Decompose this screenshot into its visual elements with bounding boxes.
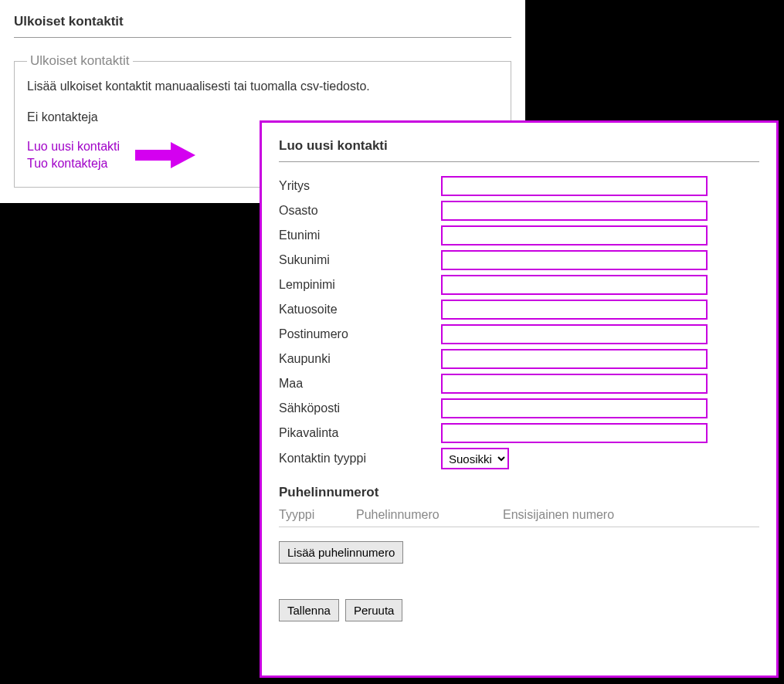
save-button[interactable]: Tallenna (279, 599, 339, 621)
email-input[interactable] (441, 398, 708, 418)
street-input[interactable] (441, 300, 708, 320)
speeddial-label: Pikavalinta (279, 426, 441, 440)
field-row-nickname: Lempinimi (279, 275, 759, 295)
country-input[interactable] (441, 374, 708, 394)
fieldset-legend: Ulkoiset kontaktit (27, 53, 133, 69)
create-contact-link[interactable]: Luo uusi kontakti (27, 138, 120, 155)
speeddial-input[interactable] (441, 423, 708, 443)
field-row-firstname: Etunimi (279, 225, 759, 245)
divider (14, 37, 511, 38)
company-label: Yritys (279, 179, 441, 193)
department-label: Osasto (279, 204, 441, 218)
postalcode-input[interactable] (441, 324, 708, 344)
postalcode-label: Postinumero (279, 327, 441, 341)
department-input[interactable] (441, 201, 708, 221)
field-row-lastname: Sukunimi (279, 250, 759, 270)
contact-type-select[interactable]: Suosikki (441, 448, 509, 469)
email-label: Sähköposti (279, 401, 441, 415)
phone-col-number: Puhelinnumero (356, 508, 480, 522)
field-row-company: Yritys (279, 176, 759, 196)
phone-section: Puhelinnumerot Tyyppi Puhelinnumero Ensi… (279, 485, 759, 564)
action-buttons: Tallenna Peruuta (279, 599, 759, 621)
nickname-input[interactable] (441, 275, 708, 295)
divider (279, 161, 759, 162)
field-row-department: Osasto (279, 201, 759, 221)
links-group: Luo uusi kontakti Tuo kontakteja (27, 138, 120, 173)
field-row-contact-type: Kontaktin tyyppi Suosikki (279, 448, 759, 469)
cancel-button[interactable]: Peruuta (345, 599, 403, 621)
field-row-country: Maa (279, 374, 759, 394)
svg-rect-0 (135, 150, 171, 161)
field-row-speeddial: Pikavalinta (279, 423, 759, 443)
page-title: Ulkoiset kontaktit (14, 14, 511, 29)
import-contacts-link[interactable]: Tuo kontakteja (27, 155, 120, 172)
help-text: Lisää ulkoiset kontaktit manuaalisesti t… (27, 80, 498, 93)
phone-headers: Tyyppi Puhelinnumero Ensisijainen numero (279, 508, 759, 527)
street-label: Katuosoite (279, 303, 441, 317)
arrow-right-icon (135, 142, 195, 168)
lastname-input[interactable] (441, 250, 708, 270)
country-label: Maa (279, 377, 441, 391)
phone-heading: Puhelinnumerot (279, 485, 759, 500)
company-input[interactable] (441, 176, 708, 196)
firstname-label: Etunimi (279, 229, 441, 242)
phone-col-type: Tyyppi (279, 508, 333, 522)
phone-col-primary: Ensisijainen numero (503, 508, 657, 522)
svg-marker-1 (171, 142, 195, 168)
firstname-input[interactable] (441, 225, 708, 245)
field-row-postalcode: Postinumero (279, 324, 759, 344)
field-row-email: Sähköposti (279, 398, 759, 418)
field-row-street: Katuosoite (279, 300, 759, 320)
add-phone-button[interactable]: Lisää puhelinnumero (279, 541, 403, 564)
contact-type-label: Kontaktin tyyppi (279, 452, 441, 466)
create-contact-title: Luo uusi kontakti (279, 138, 759, 154)
city-input[interactable] (441, 349, 708, 369)
city-label: Kaupunki (279, 352, 441, 366)
create-contact-panel: Luo uusi kontakti Yritys Osasto Etunimi … (260, 120, 779, 678)
nickname-label: Lempinimi (279, 278, 441, 292)
lastname-label: Sukunimi (279, 253, 441, 267)
field-row-city: Kaupunki (279, 349, 759, 369)
